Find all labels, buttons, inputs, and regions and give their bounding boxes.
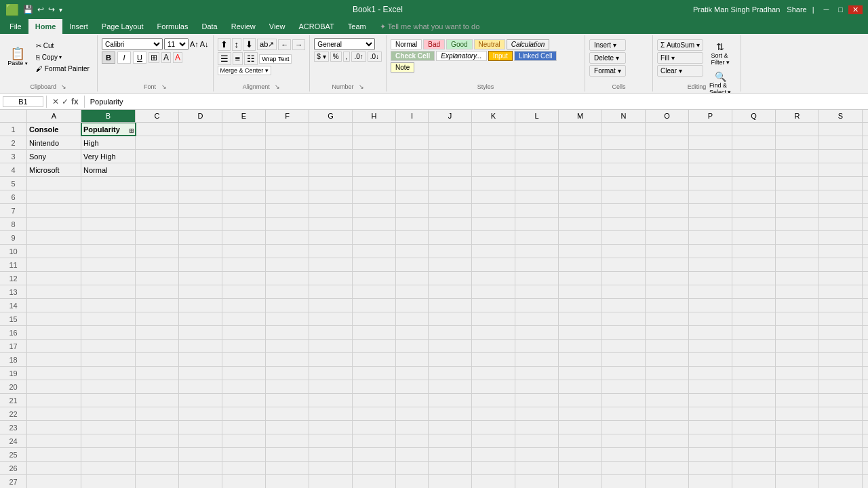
cell-j9[interactable] (429, 231, 472, 244)
cell-i11[interactable] (396, 258, 429, 271)
cell-i20[interactable] (396, 380, 429, 393)
cell-h27[interactable] (353, 475, 396, 488)
style-explanatory[interactable]: Explanatory... (436, 51, 486, 61)
row-num-8[interactable]: 8 (0, 218, 27, 230)
cell-r26[interactable] (776, 462, 819, 474)
cell-f2[interactable] (266, 136, 309, 149)
cell-l17[interactable] (515, 340, 559, 352)
cell-a11[interactable] (27, 258, 81, 271)
cell-t17[interactable] (863, 340, 868, 352)
cell-p13[interactable] (689, 285, 732, 298)
cell-b5[interactable] (81, 177, 136, 190)
cell-a15[interactable] (27, 312, 81, 325)
cell-j20[interactable] (429, 380, 472, 393)
style-calculation[interactable]: Calculation (507, 39, 549, 49)
cell-h13[interactable] (353, 285, 396, 298)
cell-n13[interactable] (602, 285, 646, 298)
cell-h5[interactable] (353, 177, 396, 190)
cell-g1[interactable] (309, 123, 353, 136)
cell-p18[interactable] (689, 353, 732, 366)
cell-n2[interactable] (602, 136, 646, 149)
cell-n22[interactable] (602, 407, 646, 420)
cell-s27[interactable] (819, 475, 863, 488)
cell-o20[interactable] (646, 380, 689, 393)
cell-r23[interactable] (776, 421, 819, 434)
cell-f23[interactable] (266, 421, 309, 434)
cell-t16[interactable] (863, 326, 868, 339)
cell-k25[interactable] (472, 448, 515, 461)
cell-p23[interactable] (689, 421, 732, 434)
cell-g3[interactable] (309, 150, 353, 163)
cell-e26[interactable] (222, 462, 266, 474)
cell-a4[interactable]: Microsoft (27, 163, 81, 176)
col-header-n[interactable]: N (602, 110, 646, 122)
cell-t19[interactable] (863, 367, 868, 380)
tab-home[interactable]: Home (28, 19, 63, 34)
cell-c23[interactable] (136, 421, 179, 434)
col-header-l[interactable]: L (515, 110, 559, 122)
cell-o13[interactable] (646, 285, 689, 298)
increase-decimal-icon[interactable]: .0↑ (351, 52, 366, 62)
cell-j10[interactable] (429, 245, 472, 258)
cell-d4[interactable] (179, 163, 222, 176)
font-size-select[interactable]: 11 (164, 38, 189, 50)
cell-p5[interactable] (689, 177, 732, 190)
cell-i14[interactable] (396, 299, 429, 312)
formula-input[interactable] (87, 98, 865, 106)
cell-o27[interactable] (646, 475, 689, 488)
cell-q7[interactable] (732, 204, 776, 217)
cell-r3[interactable] (776, 150, 819, 163)
cell-n18[interactable] (602, 353, 646, 366)
cell-l26[interactable] (515, 462, 559, 474)
cell-e21[interactable] (222, 394, 266, 407)
cell-n12[interactable] (602, 272, 646, 285)
cell-r12[interactable] (776, 272, 819, 285)
cell-q3[interactable] (732, 150, 776, 163)
col-header-k[interactable]: K (472, 110, 515, 122)
cell-k11[interactable] (472, 258, 515, 271)
cell-n14[interactable] (602, 299, 646, 312)
cell-m16[interactable] (559, 326, 602, 339)
cell-f19[interactable] (266, 367, 309, 380)
cell-j4[interactable] (429, 163, 472, 176)
restore-btn[interactable]: □ (834, 5, 847, 14)
cell-k22[interactable] (472, 407, 515, 420)
cell-d16[interactable] (179, 326, 222, 339)
cell-m7[interactable] (559, 204, 602, 217)
cell-c5[interactable] (136, 177, 179, 190)
cell-o4[interactable] (646, 163, 689, 176)
cell-j3[interactable] (429, 150, 472, 163)
format-cells-button[interactable]: Format ▾ (589, 65, 625, 77)
cell-k9[interactable] (472, 231, 515, 244)
cell-a23[interactable] (27, 421, 81, 434)
cell-q26[interactable] (732, 462, 776, 474)
cell-g6[interactable] (309, 190, 353, 203)
cell-r14[interactable] (776, 299, 819, 312)
cell-i2[interactable] (396, 136, 429, 149)
cell-d27[interactable] (179, 475, 222, 488)
cell-h25[interactable] (353, 448, 396, 461)
cell-t11[interactable] (863, 258, 868, 271)
clear-button[interactable]: Clear ▾ (657, 65, 703, 77)
cell-s13[interactable] (819, 285, 863, 298)
cell-d10[interactable] (179, 245, 222, 258)
cell-p21[interactable] (689, 394, 732, 407)
cell-l2[interactable] (515, 136, 559, 149)
cell-t9[interactable] (863, 231, 868, 244)
cell-reference-box[interactable]: B1 (3, 96, 43, 107)
cell-q8[interactable] (732, 218, 776, 230)
cell-d1[interactable] (179, 123, 222, 136)
cell-p16[interactable] (689, 326, 732, 339)
cell-f17[interactable] (266, 340, 309, 352)
cell-b6[interactable] (81, 190, 136, 203)
autosum-button[interactable]: Σ AutoSum ▾ (657, 39, 703, 51)
style-linked-cell[interactable]: Linked Cell (514, 51, 557, 61)
cell-g17[interactable] (309, 340, 353, 352)
col-header-b[interactable]: B (81, 110, 136, 122)
cell-m1[interactable] (559, 123, 602, 136)
cell-h14[interactable] (353, 299, 396, 312)
col-header-t[interactable]: T (863, 110, 868, 122)
cell-h15[interactable] (353, 312, 396, 325)
cell-b1[interactable]: Popularity ⊞ (81, 123, 136, 136)
cell-e3[interactable] (222, 150, 266, 163)
